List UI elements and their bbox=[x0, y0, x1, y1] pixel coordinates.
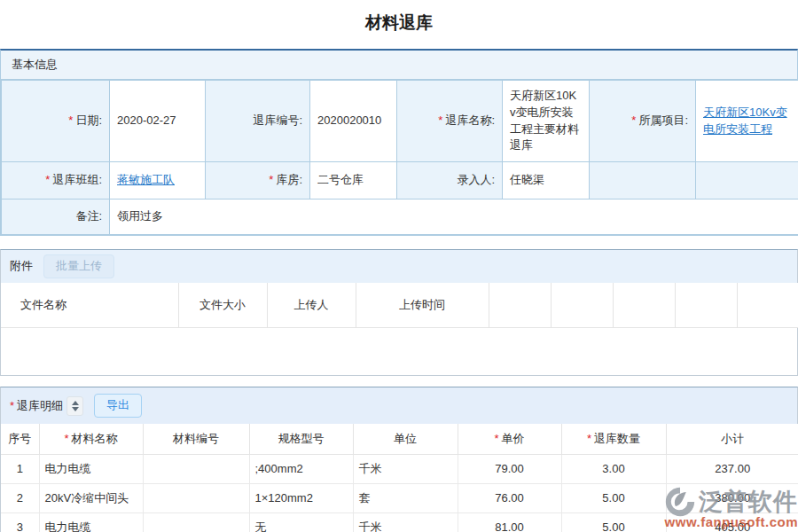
cell-unit: 千米 bbox=[353, 512, 458, 532]
cell-material-code bbox=[143, 512, 249, 532]
required-marker: * bbox=[494, 432, 498, 445]
cell-material-name: 电力电缆 bbox=[39, 512, 143, 532]
detail-col-subtotal: 小计 bbox=[666, 424, 798, 454]
cell-subtotal: 380.00 bbox=[666, 483, 798, 512]
chevron-up-icon bbox=[72, 401, 79, 405]
date-label: 日期: bbox=[75, 113, 102, 127]
cell-no: 2 bbox=[1, 483, 39, 512]
cell-material-name: 电力电缆 bbox=[39, 454, 143, 483]
cell-subtotal: 237.00 bbox=[666, 454, 798, 483]
export-button[interactable]: 导出 bbox=[94, 394, 142, 418]
team-label-cell: *退库班组: bbox=[2, 162, 110, 200]
page-title: 材料退库 bbox=[0, 0, 798, 49]
attach-col-filename: 文件名称 bbox=[1, 283, 178, 328]
chevron-down-icon bbox=[72, 407, 79, 411]
required-marker: * bbox=[631, 113, 636, 127]
attach-col-empty bbox=[737, 283, 798, 328]
cell-spec: 无 bbox=[249, 512, 353, 532]
code-value: 2020020010 bbox=[310, 81, 397, 162]
team-label: 退库班组: bbox=[52, 173, 102, 186]
detail-col-spec: 规格型号 bbox=[249, 424, 353, 454]
attachments-section: 附件 批量上传 文件名称 文件大小 上传人 上传时间 bbox=[0, 249, 798, 376]
cell-price: 76.00 bbox=[458, 483, 561, 512]
remark-value: 领用过多 bbox=[110, 200, 798, 235]
name-label: 退库名称: bbox=[445, 113, 495, 127]
required-marker: * bbox=[68, 113, 73, 127]
attach-col-empty bbox=[489, 283, 551, 328]
detail-table: 序号 *材料名称 材料编号 规格型号 单位 *单价 *退库数量 小计 1 电力电… bbox=[1, 424, 798, 532]
attach-col-empty bbox=[613, 283, 675, 328]
attachments-table: 文件名称 文件大小 上传人 上传时间 bbox=[1, 283, 798, 329]
attach-col-empty bbox=[675, 283, 737, 328]
cell-price: 81.00 bbox=[458, 512, 561, 532]
attachments-section-title: 附件 bbox=[10, 258, 33, 274]
required-marker: * bbox=[438, 113, 442, 127]
detail-col-unit: 单位 bbox=[353, 424, 458, 454]
cell-price: 79.00 bbox=[458, 454, 561, 483]
required-marker: * bbox=[587, 432, 591, 445]
cell-no: 1 bbox=[1, 454, 39, 483]
basic-info-table: *日期: 2020-02-27 退库编号: 2020020010 *退库名称: … bbox=[1, 80, 798, 235]
warehouse-label-cell: *库房: bbox=[206, 162, 310, 200]
cell-spec: 1×120mm2 bbox=[249, 483, 353, 512]
cell-material-code bbox=[143, 483, 249, 512]
sort-stepper-icon[interactable] bbox=[66, 396, 83, 416]
code-label-cell: 退库编号: bbox=[206, 81, 310, 162]
remark-label-cell: 备注: bbox=[2, 200, 110, 235]
project-label-cell: *所属项目: bbox=[590, 81, 696, 162]
remark-label: 备注: bbox=[75, 209, 102, 223]
attach-col-empty bbox=[551, 283, 613, 328]
table-row: 3 电力电缆 无 千米 81.00 5.00 405.00 bbox=[1, 512, 798, 532]
required-marker: * bbox=[10, 399, 14, 412]
detail-section-title: 退库明细 bbox=[17, 398, 63, 414]
cell-material-code bbox=[143, 454, 249, 483]
table-row: 2 20kV冷缩中间头 1×120mm2 套 76.00 5.00 380.00 bbox=[1, 483, 798, 512]
detail-col-material-name: *材料名称 bbox=[39, 424, 143, 454]
detail-col-no: 序号 bbox=[1, 424, 39, 454]
project-value-cell: 天府新区10Kv变电所安装工程 bbox=[696, 81, 798, 162]
detail-section: * 退库明细 导出 序号 *材料名称 材料编号 规格型号 单位 *单价 *退库数… bbox=[0, 387, 798, 532]
batch-upload-button[interactable]: 批量上传 bbox=[43, 254, 114, 278]
detail-col-material-code: 材料编号 bbox=[143, 424, 249, 454]
attachments-empty-area bbox=[1, 328, 797, 375]
warehouse-value: 二号仓库 bbox=[310, 162, 397, 200]
recorder-label-cell: 录入人: bbox=[397, 162, 503, 200]
detail-col-qty: *退库数量 bbox=[561, 424, 666, 454]
cell-unit: 千米 bbox=[353, 454, 458, 483]
team-link[interactable]: 蒋敏施工队 bbox=[117, 173, 175, 186]
required-marker: * bbox=[64, 432, 68, 445]
detail-col-price: *单价 bbox=[458, 424, 561, 454]
cell-no: 3 bbox=[1, 512, 39, 532]
date-value: 2020-02-27 bbox=[110, 81, 206, 162]
team-value-cell: 蒋敏施工队 bbox=[110, 162, 206, 200]
required-marker: * bbox=[45, 173, 50, 186]
cell-qty: 3.00 bbox=[561, 454, 666, 483]
attach-col-uploader: 上传人 bbox=[267, 283, 356, 328]
warehouse-label: 库房: bbox=[276, 173, 302, 186]
cell-qty: 5.00 bbox=[561, 483, 666, 512]
name-value: 天府新区10Kv变电所安装工程主要材料退库 bbox=[503, 81, 590, 162]
table-row: 1 电力电缆 ;400mm2 千米 79.00 3.00 237.00 bbox=[1, 454, 798, 483]
project-label: 所属项目: bbox=[638, 113, 688, 127]
attach-col-uploadtime: 上传时间 bbox=[356, 283, 489, 328]
recorder-value: 任晓渠 bbox=[503, 162, 590, 200]
cell-subtotal: 405.00 bbox=[666, 512, 798, 532]
empty-value-cell bbox=[696, 162, 798, 200]
date-label-cell: *日期: bbox=[2, 81, 110, 162]
code-label: 退库编号: bbox=[253, 113, 302, 127]
attach-col-filesize: 文件大小 bbox=[178, 283, 267, 328]
project-link[interactable]: 天府新区10Kv变电所安装工程 bbox=[703, 106, 787, 136]
name-label-cell: *退库名称: bbox=[397, 81, 503, 162]
cell-material-name: 20kV冷缩中间头 bbox=[39, 483, 143, 512]
empty-label-cell bbox=[590, 162, 696, 200]
basic-info-section-title: 基本信息 bbox=[1, 51, 797, 80]
required-marker: * bbox=[269, 173, 273, 186]
cell-qty: 5.00 bbox=[561, 512, 666, 532]
cell-unit: 套 bbox=[353, 483, 458, 512]
basic-info-section: 基本信息 *日期: 2020-02-27 退库编号: 2020020010 *退… bbox=[0, 49, 798, 236]
recorder-label: 录入人: bbox=[457, 173, 495, 186]
cell-spec: ;400mm2 bbox=[249, 454, 353, 483]
